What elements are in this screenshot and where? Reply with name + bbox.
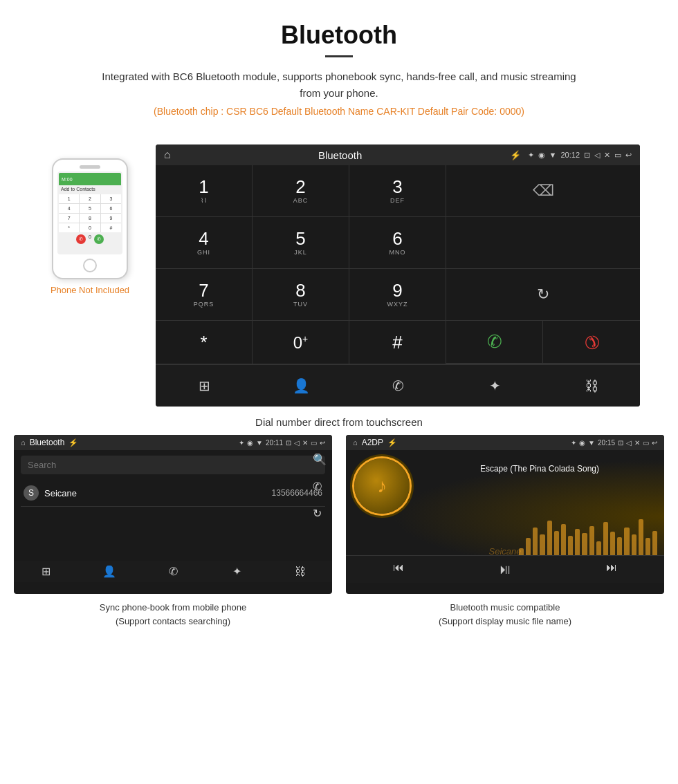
prev-button[interactable]: ⏮ (393, 561, 404, 577)
location-icon: ◉ (538, 151, 545, 160)
contacts-back-icon[interactable]: ↩ (320, 439, 325, 447)
phone-image: M:00 Add to Contacts 1 2 3 4 5 6 7 8 9 *… (52, 158, 128, 279)
music-screen: ⌂ A2DP ⚡ ✦ ◉ ▼ 20:15 ⊡ ◁ ✕ ▭ ↩ (346, 435, 664, 594)
page-header: Bluetooth Integrated with BC6 Bluetooth … (0, 0, 678, 138)
dial-caption: Dial number direct from touchscreen (0, 407, 678, 435)
key-star[interactable]: * (156, 321, 253, 364)
screen-icon: ▭ (614, 151, 621, 160)
key-6[interactable]: 6 MNO (349, 217, 446, 269)
contacts-bottom-nav: ⊞ 👤 ✆ ✦ ⛓ (14, 561, 332, 582)
next-button[interactable]: ⏭ (606, 561, 617, 577)
cbn-contacts[interactable]: 👤 (77, 565, 141, 578)
refresh-icon[interactable]: ↻ (313, 507, 327, 520)
music-bt-icon: ✦ (571, 439, 576, 447)
contact-name: Seicane (44, 488, 272, 498)
music-home-icon[interactable]: ⌂ (353, 438, 358, 447)
end-call-button[interactable]: ✆ (543, 321, 640, 364)
dial-screen: ⌂ Bluetooth ⚡ ✦ ◉ ▼ 20:12 ⊡ ◁ ✕ ▭ ↩ 1 ⌇⌇ (156, 144, 640, 407)
call-button[interactable]: ✆ (446, 321, 543, 364)
phone-key-0: 0 (80, 223, 100, 232)
contacts-search-input[interactable] (21, 456, 325, 474)
music-status-icons: ✦ ◉ ▼ 20:15 ⊡ ◁ ✕ ▭ ↩ (571, 439, 657, 447)
music-usb-icon: ⚡ (387, 438, 397, 447)
bottom-screens: ⌂ Bluetooth ⚡ ✦ ◉ ▼ 20:11 ⊡ ◁ ✕ ▭ ↩ (0, 435, 678, 637)
key-2[interactable]: 2 ABC (253, 165, 349, 217)
phone-keypad: 1 2 3 4 5 6 7 8 9 * 0 # (59, 194, 121, 232)
nav-dialpad[interactable]: ⊞ (156, 372, 253, 400)
contact-row[interactable]: S Seicane 13566664466 (21, 480, 325, 507)
dial-screen-title: Bluetooth (178, 149, 503, 161)
key-4[interactable]: 4 GHI (156, 217, 253, 269)
phone-illustration: M:00 Add to Contacts 1 2 3 4 5 6 7 8 9 *… (38, 144, 142, 407)
phone-key-3: 3 (101, 194, 121, 203)
nav-calls[interactable]: ✆ (349, 372, 446, 400)
phone-key-5: 5 (80, 204, 100, 213)
refresh-button[interactable]: ↻ (446, 269, 640, 321)
nav-contacts[interactable]: 👤 (253, 372, 349, 400)
music-caption: Bluetooth music compatible (Support disp… (346, 594, 664, 631)
contacts-vol-icon: ◁ (294, 439, 300, 447)
music-back-icon[interactable]: ↩ (652, 439, 657, 447)
volume-icon: ◁ (594, 151, 600, 160)
contacts-loc-icon: ◉ (247, 439, 253, 447)
phone-home-button (83, 259, 97, 272)
contacts-screen-inner: S Seicane 13566664466 🔍 ✆ ↻ (14, 450, 332, 561)
music-song-title: Escape (The Pina Colada Song) (422, 464, 657, 474)
phone-key-8: 8 (80, 214, 100, 223)
cbn-dialpad[interactable]: ⊞ (14, 565, 77, 578)
contacts-right-icons: 🔍 ✆ ↻ (313, 450, 327, 520)
music-status-bar: ⌂ A2DP ⚡ ✦ ◉ ▼ 20:15 ⊡ ◁ ✕ ▭ ↩ (346, 435, 664, 450)
phone-key-1: 1 (59, 194, 79, 203)
music-screen-icon: ▭ (643, 439, 649, 447)
call-icon[interactable]: ✆ (313, 480, 327, 493)
music-screen-title: A2DP (362, 438, 383, 447)
bluetooth-status-icon: ✦ (528, 151, 534, 160)
contacts-screen-icon: ▭ (311, 439, 317, 447)
key-9[interactable]: 9 WXYZ (349, 269, 446, 321)
phone-screen: M:00 Add to Contacts 1 2 3 4 5 6 7 8 9 *… (57, 171, 122, 254)
close-icon[interactable]: ✕ (604, 151, 610, 160)
phone-not-included-label: Phone Not Included (51, 285, 129, 295)
key-5[interactable]: 5 JKL (253, 217, 349, 269)
title-underline (325, 55, 353, 57)
usb-icon: ⚡ (510, 150, 521, 160)
dial-bottom-nav: ⊞ 👤 ✆ ✦ ⛓ (156, 364, 640, 407)
key-hash[interactable]: # (349, 321, 446, 364)
key-7[interactable]: 7 PQRS (156, 269, 253, 321)
keypad-grid: 1 ⌇⌇ 2 ABC 3 DEF ⌫ 4 GHI 5 JKL (156, 165, 640, 364)
key-1[interactable]: 1 ⌇⌇ (156, 165, 253, 217)
cbn-calls[interactable]: ✆ (141, 565, 205, 578)
contacts-time: 20:11 (266, 439, 283, 447)
contacts-status-icons: ✦ ◉ ▼ 20:11 ⊡ ◁ ✕ ▭ ↩ (239, 439, 325, 447)
contacts-screen-title: Bluetooth (30, 438, 65, 447)
cbn-link[interactable]: ⛓ (268, 565, 332, 578)
contacts-caption: Sync phone-book from mobile phone (Suppo… (14, 594, 332, 631)
backspace-button[interactable]: ⌫ (446, 165, 640, 217)
search-icon[interactable]: 🔍 (313, 453, 327, 466)
music-note-icon: ♪ (377, 475, 387, 497)
contacts-close-icon[interactable]: ✕ (302, 439, 308, 447)
contacts-home-icon[interactable]: ⌂ (21, 438, 26, 447)
phone-key-2: 2 (80, 194, 100, 203)
key-0[interactable]: 0+ (253, 321, 349, 364)
nav-link[interactable]: ⛓ (543, 372, 640, 400)
key-3[interactable]: 3 DEF (349, 165, 446, 217)
phone-call: ✆ (94, 234, 104, 244)
music-cam-icon: ⊡ (618, 439, 623, 447)
home-icon[interactable]: ⌂ (164, 149, 171, 161)
cbn-bluetooth[interactable]: ✦ (205, 565, 268, 578)
back-icon[interactable]: ↩ (625, 151, 632, 160)
wifi-icon: ▼ (549, 151, 557, 159)
phone-key-star: * (59, 223, 79, 232)
camera-icon: ⊡ (584, 151, 590, 160)
play-pause-button[interactable]: ⏯ (498, 561, 512, 577)
music-screen-inner: ♪ Escape (The Pina Colada Song) Seicane … (346, 450, 664, 583)
status-icons: ✦ ◉ ▼ 20:12 ⊡ ◁ ✕ ▭ ↩ (528, 151, 632, 160)
key-8[interactable]: 8 TUV (253, 269, 349, 321)
nav-bluetooth[interactable]: ✦ (446, 372, 543, 400)
time-display: 20:12 (560, 151, 580, 159)
music-vol-icon: ◁ (626, 439, 632, 447)
main-section: M:00 Add to Contacts 1 2 3 4 5 6 7 8 9 *… (0, 138, 678, 407)
music-close-icon[interactable]: ✕ (634, 439, 640, 447)
description-text: Integrated with BC6 Bluetooth module, su… (97, 68, 581, 102)
